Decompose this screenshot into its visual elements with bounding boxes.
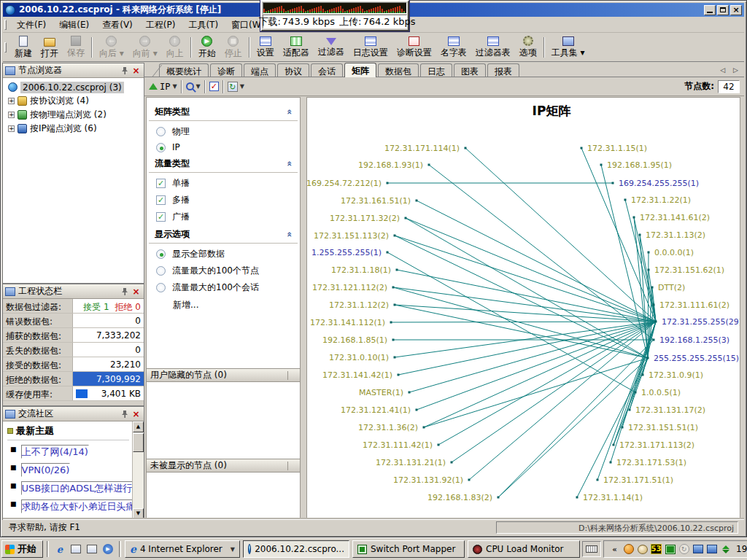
matrix-node-dot[interactable] <box>597 479 599 481</box>
matrix-node-dot[interactable] <box>428 164 430 166</box>
matrix-node-dot[interactable] <box>387 252 389 254</box>
matrix-node-label[interactable]: 0.0.0.0(1) <box>654 248 694 257</box>
option-物理[interactable]: 物理 <box>147 121 300 138</box>
matrix-node-label[interactable]: 172.31.1.18(1) <box>331 265 391 275</box>
matrix-node-dot[interactable] <box>653 304 655 306</box>
computer-2-icon[interactable] <box>706 544 717 555</box>
matrix-node-label[interactable]: 172.31.131.92(1) <box>393 475 463 485</box>
matrix-node-label[interactable]: 172.31.131.17(2) <box>635 405 705 415</box>
radio-checked-icon[interactable] <box>156 249 166 259</box>
matrix-node-dot[interactable] <box>648 252 650 254</box>
expand-icon[interactable]: + <box>8 98 15 104</box>
expand-icon[interactable]: + <box>8 125 15 132</box>
matrix-node-label[interactable]: 172.31.141.61(2) <box>640 213 710 222</box>
matrix-node-label[interactable]: 172.31.121.112(2) <box>312 283 387 292</box>
toolbar-button-log-settings[interactable]: 日志设置 <box>349 34 392 61</box>
matrix-node-label[interactable]: 1.255.255.255(1) <box>311 248 382 257</box>
add-new-link[interactable]: 新增... <box>147 294 300 311</box>
community-topic-link[interactable]: ■VPN(0/26) <box>7 462 129 477</box>
matrix-node-label[interactable]: 172.31.1.14(1) <box>583 493 643 502</box>
menu-item-工具(T)[interactable]: 工具(T) <box>182 17 225 34</box>
project-status-header[interactable]: 工程状态栏 × <box>3 284 144 299</box>
matrix-node-dot[interactable] <box>468 479 471 481</box>
input-method-tray[interactable] <box>582 541 601 557</box>
matrix-node-dot[interactable] <box>465 147 467 149</box>
tab-图表[interactable]: 图表 <box>454 63 486 77</box>
matrix-node-label[interactable]: 172.31.0.9(1) <box>649 370 703 380</box>
pin-icon[interactable] <box>119 66 130 76</box>
matrix-view-selector[interactable]: IP ▼ <box>149 82 177 92</box>
matrix-node-label[interactable]: 192.168.1.83(2) <box>427 493 492 502</box>
matrix-node-label[interactable]: 172.31.171.51(1) <box>603 475 673 485</box>
option-广播[interactable]: ✓广播 <box>147 206 300 223</box>
expand-icon[interactable]: + <box>8 112 15 118</box>
matrix-node-dot[interactable] <box>394 357 396 359</box>
scroll-up-icon[interactable]: ▲ <box>133 421 144 432</box>
matrix-node-label[interactable]: 172.31.151.51(1) <box>628 423 698 432</box>
tab-端点[interactable]: 端点 <box>244 63 276 77</box>
sync-icon[interactable]: ↻ <box>678 544 689 555</box>
clock[interactable]: 19:25 <box>736 544 747 554</box>
taskbar-task-ie[interactable]: e4 Internet Explorer▼ <box>125 540 240 558</box>
matrix-node-dot[interactable] <box>394 304 396 306</box>
matrix-node-dot[interactable] <box>648 269 650 271</box>
start-button[interactable]: 开始 <box>1 540 43 558</box>
panel-close-icon[interactable]: × <box>131 409 142 419</box>
scroll-thumb[interactable] <box>133 433 144 452</box>
toolbar-button-adapter[interactable]: 适配器 <box>279 34 314 61</box>
hidden-nodes-header[interactable]: 用户隐藏的节点 (0) <box>146 369 301 382</box>
matrix-node-dot[interactable] <box>633 217 635 219</box>
radio-unchecked-icon[interactable] <box>156 266 166 276</box>
scroll-down-icon[interactable]: ▼ <box>133 508 144 519</box>
matrix-node-label[interactable]: 172.31.255.255(29) <box>662 317 740 327</box>
matrix-node-label[interactable]: 172.31.111.61(2) <box>659 300 729 310</box>
menu-grip[interactable] <box>4 20 7 30</box>
hidden-nodes-button[interactable] <box>287 371 296 380</box>
matrix-node-dot[interactable] <box>416 409 418 411</box>
matrix-node-dot[interactable] <box>647 357 649 359</box>
panel-close-icon[interactable]: × <box>131 66 142 76</box>
collapse-chevron-icon[interactable]: « <box>283 109 295 115</box>
matrix-node-dot[interactable] <box>396 269 398 271</box>
community-topic-link[interactable]: ■上不了网(4/14) <box>7 444 129 459</box>
tree-item-ip[interactable]: +按IP端点浏览 (6) <box>4 122 142 136</box>
matrix-node-label[interactable]: 172.31.161.51(1) <box>341 196 411 206</box>
matrix-node-dot[interactable] <box>576 497 578 499</box>
select-nodes-button[interactable]: ✓ <box>209 82 219 91</box>
matrix-node-label[interactable]: 172.31.121.41(1) <box>341 405 411 415</box>
matrix-node-dot[interactable] <box>642 374 644 376</box>
tab-报表[interactable]: 报表 <box>487 63 519 77</box>
menu-item-编辑(E)[interactable]: 编辑(E) <box>53 17 96 34</box>
minimize-button[interactable] <box>704 5 716 15</box>
matrix-node-label[interactable]: 172.31.1.36(2) <box>358 423 418 432</box>
tab-概要统计[interactable]: 概要统计 <box>159 63 209 77</box>
matrix-node-label[interactable]: 172.31.141.42(1) <box>322 370 392 380</box>
option-IP[interactable]: IP <box>147 138 300 152</box>
matrix-node-label[interactable]: 172.31.171.114(1) <box>384 144 460 153</box>
matrix-node-label[interactable]: 172.31.171.53(1) <box>616 458 686 467</box>
overflow-chevron-icon[interactable]: « <box>609 544 620 555</box>
toolbar-button-start-capture[interactable]: ▶开始 <box>194 34 220 61</box>
collapse-chevron-icon[interactable]: « <box>283 161 295 167</box>
tab-矩阵[interactable]: 矩阵 <box>344 63 376 77</box>
collapse-chevron-icon[interactable]: « <box>283 232 295 238</box>
close-button[interactable]: × <box>730 5 742 15</box>
quick-launch-media-player[interactable]: ▶ <box>101 542 115 556</box>
tree-item-proto[interactable]: +按协议浏览 (4) <box>4 94 142 108</box>
community-topic-link[interactable]: ■求助各位大虾小弟近日头痛死了(3/46) <box>7 499 129 513</box>
matrix-node-dot[interactable] <box>610 462 612 464</box>
matrix-node-label[interactable]: 172.31.151.113(2) <box>314 231 389 241</box>
option-单播[interactable]: ✓单播 <box>147 173 300 190</box>
matrix-node-label[interactable]: 172.31.0.10(1) <box>329 353 389 362</box>
pin-icon[interactable] <box>119 409 130 419</box>
section-header-流量类型[interactable]: 流量类型« <box>149 152 298 173</box>
matrix-node-dot[interactable] <box>581 147 583 149</box>
matrix-node-label[interactable]: 172.31.1.22(1) <box>631 195 691 205</box>
tab-日志[interactable]: 日志 <box>420 63 452 77</box>
toolbar-button-diagnosis-settings[interactable]: 诊断设置 <box>392 34 436 61</box>
matrix-node-label[interactable]: 169.254.255.255(1) <box>619 179 699 188</box>
quick-launch-show-desktop[interactable] <box>85 542 99 556</box>
matrix-node-label[interactable]: 1.0.0.5(1) <box>641 388 681 397</box>
toolbar-button-toolset[interactable]: 工具集 ▾ <box>547 34 589 61</box>
menu-item-工程(P)[interactable]: 工程(P) <box>139 17 182 34</box>
